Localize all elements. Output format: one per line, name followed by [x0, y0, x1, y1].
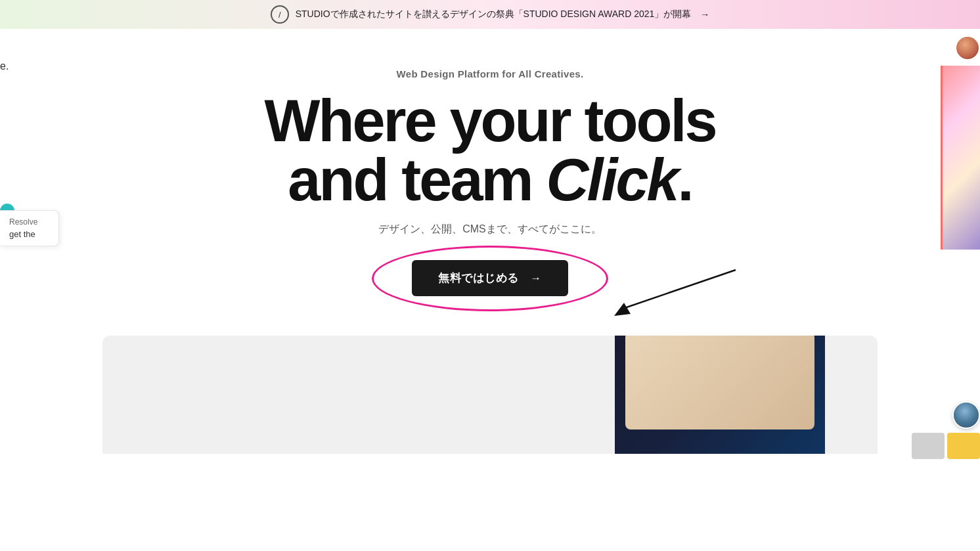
device-screen: [625, 336, 814, 430]
arrow-svg: [568, 267, 739, 319]
main-hero: Web Design Platform for All Creatives. W…: [0, 29, 980, 454]
banner-icon: /: [271, 5, 289, 24]
hero-subtitle: Web Design Platform for All Creatives.: [397, 68, 584, 79]
hero-title: Where your tools and team Click.: [264, 91, 715, 209]
bottom-preview-section: [102, 336, 878, 454]
hero-title-line2: and team: [288, 147, 546, 213]
hero-jp-subtitle: デザイン、公開、CMSまで、すべてがここに。: [378, 223, 602, 236]
svg-marker-1: [614, 303, 631, 316]
device-preview: [615, 336, 825, 454]
cta-button[interactable]: 無料ではじめる →: [412, 260, 568, 296]
announcement-banner[interactable]: / STUDIOで作成されたサイトを讃えるデザインの祭典「STUDIO DESI…: [0, 0, 980, 29]
banner-arrow-link[interactable]: →: [700, 9, 709, 20]
hero-title-italic: Click: [546, 147, 677, 213]
hero-title-period: .: [678, 147, 692, 213]
cta-wrapper: 無料ではじめる →: [412, 260, 568, 296]
hero-title-line1: Where your tools: [264, 88, 715, 154]
svg-line-0: [621, 270, 736, 309]
arrow-annotation: [568, 267, 739, 319]
banner-text: STUDIOで作成されたサイトを讃えるデザインの祭典「STUDIO DESIGN…: [296, 9, 692, 20]
